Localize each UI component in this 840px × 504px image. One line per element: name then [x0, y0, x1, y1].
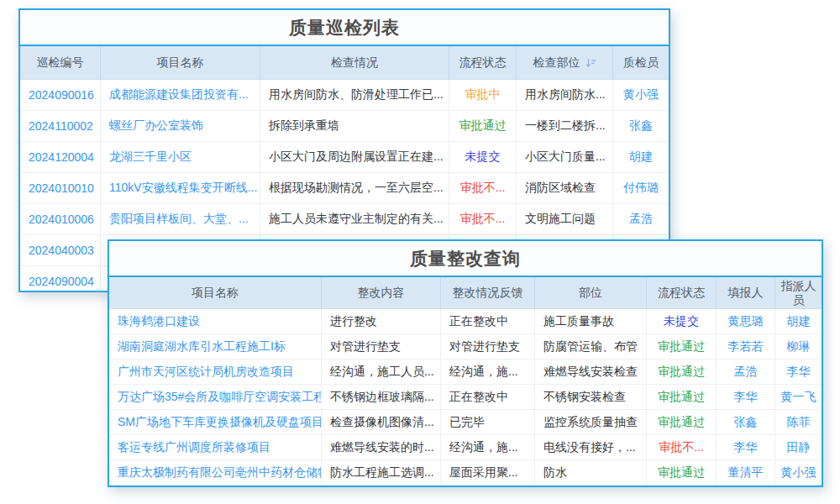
reporter-link[interactable]: 黄思璐 — [717, 309, 775, 334]
part-cell: 文明施工问题 — [517, 204, 613, 235]
col-header-part-sortable[interactable]: 检查部位 — [517, 46, 613, 80]
feedback-cell: 已完毕 — [441, 410, 535, 435]
feedback-cell: 屋面采用聚... — [441, 460, 535, 486]
content-cell: 经沟通，施工人员... — [322, 360, 441, 385]
reporter-link[interactable]: 董清平 — [717, 460, 775, 486]
assignee-link[interactable]: 黄小强 — [775, 460, 822, 486]
project-name-link[interactable]: 重庆太极制药有限公司亳州中药材仓储物流 — [109, 460, 322, 486]
inspection-code-link[interactable]: 2024090004 — [20, 266, 101, 292]
project-name-link[interactable]: 珠海鹤港口建设 — [109, 309, 322, 334]
status-badge: 审批通过 — [647, 410, 717, 435]
assignee-link[interactable]: 黄一飞 — [775, 385, 822, 410]
part-cell: 电线没有接好，... — [535, 435, 647, 460]
part-cell: 用水房间防水... — [517, 80, 613, 111]
inspector-link[interactable]: 胡建 — [613, 142, 669, 173]
reporter-link[interactable]: 李若若 — [717, 334, 775, 360]
reporter-link[interactable]: 张鑫 — [717, 410, 775, 435]
table-row[interactable]: 2024110002 螺丝厂办公室装饰 拆除到承重墙 审批通过 一楼到二楼拆..… — [20, 111, 669, 142]
sort-icon[interactable] — [585, 58, 596, 68]
part-cell: 一楼到二楼拆... — [517, 111, 613, 142]
project-name-link[interactable]: 客运专线广州调度所装修项目 — [109, 435, 322, 460]
status-badge: 审批不... — [449, 173, 517, 204]
col-header-project: 项目名称 — [109, 277, 322, 309]
rectification-query-window: 质量整改查询 项目名称 整改内容 整改情况反馈 部位 流程状态 填报人 指派人员… — [108, 239, 823, 487]
project-name-link[interactable]: 110kV安徽线程集变开断线... — [101, 173, 260, 204]
project-name-link[interactable]: 螺丝厂办公室装饰 — [101, 111, 260, 142]
part-cell: 难燃导线安装检查 — [535, 360, 647, 385]
status-badge: 审批通过 — [647, 360, 717, 385]
col-header-status: 流程状态 — [449, 46, 517, 80]
project-name-link[interactable]: 龙湖三千里小区 — [101, 142, 260, 173]
situation-cell: 施工人员未遵守业主制定的有关... — [260, 204, 449, 235]
part-cell: 防腐管运输、布管 — [535, 334, 647, 360]
inspector-link[interactable]: 黄小强 — [613, 80, 669, 111]
inspection-code-link[interactable]: 2024010006 — [20, 204, 101, 235]
assignee-link[interactable]: 田静 — [775, 435, 822, 460]
table-row[interactable]: 客运专线广州调度所装修项目 难燃导线安装的时... 经沟通，施... 电线没有接… — [109, 435, 822, 460]
project-name-link[interactable]: 成都能源建设集团投资有... — [101, 80, 260, 111]
col-header-project: 项目名称 — [101, 46, 260, 80]
reporter-link[interactable]: 李华 — [717, 385, 775, 410]
rectification-table-header: 项目名称 整改内容 整改情况反馈 部位 流程状态 填报人 指派人员 — [109, 277, 822, 309]
status-badge: 审批不... — [449, 204, 517, 235]
inspection-code-link[interactable]: 2024010010 — [20, 173, 101, 204]
reporter-link[interactable]: 孟浩 — [717, 360, 775, 385]
inspection-code-link[interactable]: 2024090016 — [20, 80, 101, 111]
status-badge: 审批通过 — [647, 460, 717, 486]
situation-cell: 根据现场勘测情况，一至六层空... — [260, 173, 449, 204]
table-row[interactable]: 万达广场35#会所及咖啡厅空调安装工程 不锈钢边框玻璃隔... 正在整改中 不锈… — [109, 385, 822, 410]
feedback-cell: 正在整改中 — [441, 385, 535, 410]
project-name-link[interactable]: SM广场地下车库更换摄像机及硬盘项目 — [109, 410, 322, 435]
status-badge: 审批通过 — [449, 111, 517, 142]
col-header-content: 整改内容 — [322, 277, 441, 309]
part-cell: 消防区域检查 — [517, 173, 613, 204]
feedback-cell: 经沟通，施... — [441, 360, 535, 385]
feedback-cell: 对管进行垫支 — [441, 334, 535, 360]
status-badge: 审批不... — [647, 435, 717, 460]
part-cell: 小区大门质量... — [517, 142, 613, 173]
part-cell: 监控系统质量抽查 — [535, 410, 647, 435]
content-cell: 进行整改 — [322, 309, 441, 334]
status-badge: 未提交 — [449, 142, 517, 173]
table-row[interactable]: 广州市天河区统计局机房改造项目 经沟通，施工人员... 经沟通，施... 难燃导… — [109, 360, 822, 385]
status-badge: 未提交 — [647, 309, 717, 334]
project-name-link[interactable]: 湖南洞庭湖水库引水工程施工I标 — [109, 334, 322, 360]
col-header-feedback: 整改情况反馈 — [441, 277, 535, 309]
situation-cell: 用水房间防水、防滑处理工作已... — [260, 80, 449, 111]
table-row[interactable]: 2024090016 成都能源建设集团投资有... 用水房间防水、防滑处理工作已… — [20, 80, 669, 111]
assignee-link[interactable]: 柳琳 — [775, 334, 822, 360]
col-header-situation: 检查情况 — [260, 46, 449, 80]
inspection-code-link[interactable]: 2024040003 — [20, 235, 101, 266]
feedback-cell: 正在整改中 — [441, 309, 535, 334]
table-row[interactable]: 重庆太极制药有限公司亳州中药材仓储物流 防水工程施工选调... 屋面采用聚...… — [109, 460, 822, 486]
inspection-code-link[interactable]: 2024110002 — [20, 111, 101, 142]
status-badge: 审批通过 — [647, 385, 717, 410]
assignee-link[interactable]: 陈菲 — [775, 410, 822, 435]
reporter-link[interactable]: 李华 — [717, 435, 775, 460]
project-name-link[interactable]: 贵阳项目样板间、大堂、... — [101, 204, 260, 235]
project-name-link[interactable]: 万达广场35#会所及咖啡厅空调安装工程 — [109, 385, 322, 410]
project-name-link[interactable]: 广州市天河区统计局机房改造项目 — [109, 360, 322, 385]
rectification-query-title: 质量整改查询 — [109, 241, 822, 277]
part-cell: 防水 — [535, 460, 647, 486]
part-cell: 不锈钢安装检查 — [535, 385, 647, 410]
inspection-list-title: 质量巡检列表 — [20, 10, 669, 46]
inspector-link[interactable]: 孟浩 — [613, 204, 669, 235]
content-cell: 对管进行垫支 — [322, 334, 441, 360]
table-row[interactable]: SM广场地下车库更换摄像机及硬盘项目 检查摄像机图像清... 已完毕 监控系统质… — [109, 410, 822, 435]
table-row[interactable]: 珠海鹤港口建设 进行整改 正在整改中 施工质量事故 未提交 黄思璐 胡建 — [109, 309, 822, 334]
table-row[interactable]: 2024010006 贵阳项目样板间、大堂、... 施工人员未遵守业主制定的有关… — [20, 204, 669, 235]
status-badge: 审批中 — [449, 80, 517, 111]
assignee-link[interactable]: 胡建 — [775, 309, 822, 334]
inspector-link[interactable]: 付伟璐 — [613, 173, 669, 204]
table-row[interactable]: 湖南洞庭湖水库引水工程施工I标 对管进行垫支 对管进行垫支 防腐管运输、布管 审… — [109, 334, 822, 360]
table-row[interactable]: 2024010010 110kV安徽线程集变开断线... 根据现场勘测情况，一至… — [20, 173, 669, 204]
inspection-code-link[interactable]: 2024120004 — [20, 142, 101, 173]
col-header-reporter: 填报人 — [717, 277, 775, 309]
content-cell: 防水工程施工选调... — [322, 460, 441, 486]
inspection-table-header: 巡检编号 项目名称 检查情况 流程状态 检查部位 质检员 — [20, 46, 669, 80]
assignee-link[interactable]: 李华 — [775, 360, 822, 385]
inspector-link[interactable]: 张鑫 — [613, 111, 669, 142]
table-row[interactable]: 2024120004 龙湖三千里小区 小区大门及周边附属设置正在建... 未提交… — [20, 142, 669, 173]
col-header-status: 流程状态 — [647, 277, 717, 309]
